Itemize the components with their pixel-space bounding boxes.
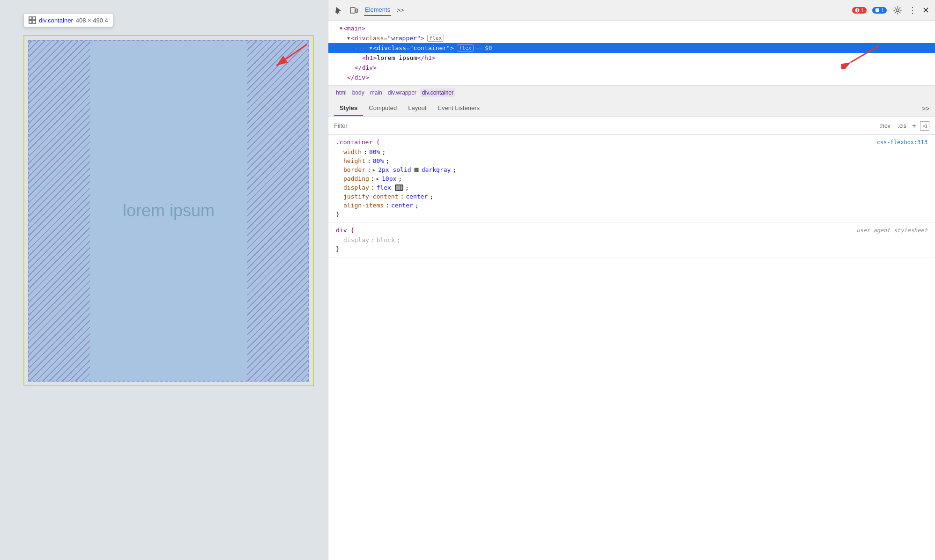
dots-icon: ··· [355,44,365,52]
prop-val-border-size: 2px solid [378,166,411,173]
layout-toggle-button[interactable]: ◁ [920,121,929,131]
cls-button[interactable]: .cls [896,122,908,130]
css-prop-display-ua: display : block ; [336,236,928,244]
close-bracket-container: > [450,44,454,52]
attr-class-container: class= [388,44,410,52]
svg-rect-1 [33,17,36,20]
prop-val-display: flex [377,184,391,191]
breadcrumb-body[interactable]: body [350,88,366,97]
lorem-text: lorem ipsum [123,201,215,221]
settings-button[interactable] [892,5,903,15]
dollar-sign: $0 [485,44,492,52]
device-icon[interactable] [349,6,358,15]
dom-line-container[interactable]: ··· ▼ <div class="container" > flex == $… [328,43,935,53]
tab-layout[interactable]: Layout [402,101,432,116]
selector-text: .container { [336,139,380,146]
svg-rect-13 [396,185,398,190]
panel-tabs-more[interactable]: >> [922,105,929,112]
svg-rect-0 [29,17,32,20]
h1-text: lorem ipsum [377,54,417,61]
css-rule-container: .container { css-flexbox:313 width : 80%… [328,135,935,223]
dom-line-close-div2[interactable]: </div> [328,73,935,82]
tooltip-size: 408 × 490.4 [76,17,108,24]
more-options-button[interactable]: ⋮ [908,5,917,15]
dom-tree: ▼ <main> ▼ <div class="wrapper" > flex ·… [328,21,935,86]
css-source[interactable]: css-flexbox:313 [877,139,928,146]
filter-bar: :hov .cls + ◁ [328,117,935,135]
breadcrumb-html[interactable]: html [334,88,349,97]
filter-input[interactable] [334,122,874,129]
triangle-border[interactable]: ▶ [373,168,375,172]
colon: : [367,157,371,164]
triangle-icon: ▼ [340,26,342,31]
flex-layout-icon[interactable] [395,184,403,191]
colon: : [371,184,375,191]
prop-val-border-color: darkgray [422,166,451,173]
prop-val-align: center [391,202,413,209]
semicolon: ; [415,202,419,209]
more-tabs-btn[interactable]: >> [397,7,404,14]
dom-line-wrapper[interactable]: ▼ <div class="wrapper" > flex [328,33,935,43]
tab-event-listeners[interactable]: Event Listeners [432,101,485,116]
tag-close-div1: </div> [355,64,377,71]
container-preview: lorem ipsum [23,35,314,386]
svg-rect-7 [356,9,357,13]
cursor-icon[interactable] [334,6,343,15]
prop-val-width: 80% [369,148,380,155]
prop-val-padding: 10px [382,175,396,182]
chat-badge[interactable]: 1 [872,7,887,14]
colon: : [386,202,389,209]
color-swatch-darkgray[interactable] [414,168,419,172]
css-rule-useragent: div { user agent stylesheet display : bl… [328,223,935,258]
panel-tabs: Styles Computed Layout Event Listeners >… [328,100,935,117]
tab-computed[interactable]: Computed [363,101,402,116]
prop-name-align: align-items [343,202,384,209]
breadcrumb-wrapper[interactable]: div.wrapper [386,88,418,97]
filter-buttons: :hov .cls + ◁ [878,121,929,131]
prop-name-height: height [343,157,365,164]
semicolon: ; [398,175,402,182]
prop-val-justify: center [406,193,428,200]
triangle-padding[interactable]: ▶ [377,177,379,181]
dom-line-main[interactable]: ▼ <main> [328,23,935,33]
svg-rect-9 [876,8,879,12]
tag-h1-close: </h1> [417,54,435,61]
css-prop-display: display : flex ; [336,183,928,192]
brace: } [336,211,340,218]
closing-brace-container: } [336,210,928,219]
semicolon: ; [386,157,389,164]
tab-styles[interactable]: Styles [334,101,363,116]
breadcrumb-main[interactable]: main [368,88,384,97]
breadcrumb-container[interactable]: div.container [420,88,455,97]
hatch-left [29,41,90,381]
devtools-panel: Elements >> 1 1 ⋮ ✕ ▼ <main> [328,0,935,560]
prop-name-justify: justify-content [343,193,398,200]
colon: : [367,166,371,173]
user-agent-label: user agent stylesheet [856,227,928,234]
tag-h1: <h1> [362,54,377,61]
add-rule-button[interactable]: + [912,122,916,130]
dom-line-close-div1[interactable]: </div> [328,63,935,73]
svg-rect-3 [33,21,36,23]
triangle-icon: ▼ [347,36,350,41]
svg-rect-6 [350,7,355,13]
semicolon: ; [405,184,409,191]
prop-name-padding: padding [343,175,369,182]
svg-point-10 [896,9,899,12]
error-badge[interactable]: 1 [852,7,867,14]
close-bracket: > [421,35,424,42]
elements-tab[interactable]: Elements [364,4,391,16]
css-prop-justify: justify-content : center ; [336,192,928,201]
hov-button[interactable]: :hov [878,122,892,130]
semicolon: ; [382,148,386,155]
close-button[interactable]: ✕ [922,5,929,15]
triangle-icon: ▼ [369,45,372,51]
attr-val-container: "container" [410,44,450,52]
dom-line-h1[interactable]: <h1> lorem ipsum </h1> [328,53,935,63]
preview-panel: div.container 408 × 490.4 lorem ipsum [0,0,328,560]
breadcrumb: html body main div.wrapper div.container [328,86,935,100]
css-prop-width: width : 80% ; [336,147,928,156]
css-selector-div: div { user agent stylesheet [336,227,928,234]
prop-val-height: 80% [373,157,384,164]
eq-sign: == [475,44,483,52]
